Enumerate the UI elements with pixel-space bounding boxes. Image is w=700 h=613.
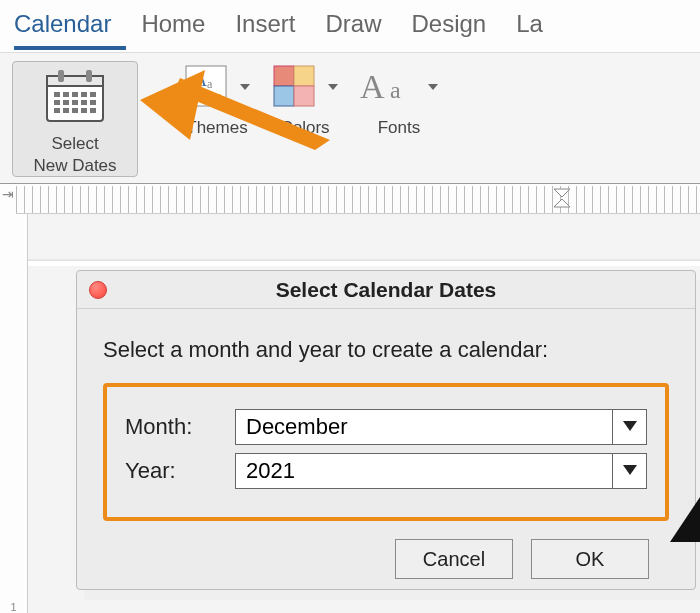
tab-calendar[interactable]: Calendar bbox=[14, 10, 111, 48]
svg-rect-30 bbox=[294, 86, 314, 106]
svg-marker-35 bbox=[554, 189, 570, 197]
svg-rect-11 bbox=[72, 100, 78, 105]
fonts-label: Fonts bbox=[378, 117, 421, 138]
svg-text:a: a bbox=[207, 77, 213, 91]
indent-marker-icon[interactable] bbox=[548, 185, 576, 209]
select-new-dates-label-line2: New Dates bbox=[33, 155, 116, 176]
svg-rect-15 bbox=[63, 108, 69, 113]
svg-rect-7 bbox=[81, 92, 87, 97]
svg-marker-39 bbox=[623, 421, 637, 431]
tab-design[interactable]: Design bbox=[411, 10, 486, 48]
svg-rect-28 bbox=[294, 66, 314, 86]
svg-rect-4 bbox=[54, 92, 60, 97]
ok-button[interactable]: OK bbox=[531, 539, 649, 579]
close-icon[interactable] bbox=[89, 281, 107, 299]
active-tab-indicator bbox=[14, 46, 126, 50]
svg-rect-5 bbox=[63, 92, 69, 97]
tab-home[interactable]: Home bbox=[141, 10, 205, 48]
chevron-down-icon bbox=[622, 418, 638, 436]
svg-marker-36 bbox=[554, 199, 570, 207]
dialog-instruction: Select a month and year to create a cale… bbox=[103, 337, 669, 363]
month-dropdown-button[interactable] bbox=[612, 410, 646, 444]
month-label: Month: bbox=[125, 414, 235, 440]
svg-text:A: A bbox=[360, 68, 385, 105]
colors-label: Colors bbox=[280, 117, 329, 138]
svg-marker-41 bbox=[670, 482, 700, 542]
page-edge bbox=[28, 260, 700, 266]
svg-text:a: a bbox=[390, 77, 401, 103]
svg-rect-2 bbox=[58, 70, 64, 82]
select-new-dates-button[interactable]: Select New Dates bbox=[12, 61, 138, 177]
svg-marker-26 bbox=[240, 84, 250, 90]
svg-text:A: A bbox=[194, 70, 207, 90]
select-new-dates-label-line1: Select bbox=[51, 133, 98, 154]
svg-rect-14 bbox=[54, 108, 60, 113]
svg-rect-22 bbox=[190, 94, 197, 102]
fonts-button[interactable]: A a Fonts bbox=[358, 61, 440, 138]
tab-layout-cutoff[interactable]: La bbox=[516, 10, 543, 48]
svg-rect-13 bbox=[90, 100, 96, 105]
select-calendar-dates-dialog: Select Calendar Dates Select a month and… bbox=[76, 270, 696, 590]
svg-marker-40 bbox=[623, 465, 637, 475]
svg-rect-23 bbox=[198, 94, 205, 102]
ribbon-body: Select New Dates A a Themes bbox=[0, 52, 700, 184]
year-dropdown-button[interactable] bbox=[612, 454, 646, 488]
svg-rect-1 bbox=[47, 76, 103, 86]
vertical-ruler: 1 bbox=[0, 214, 28, 613]
svg-rect-9 bbox=[54, 100, 60, 105]
svg-marker-34 bbox=[428, 84, 438, 90]
tab-insert[interactable]: Insert bbox=[235, 10, 295, 48]
page-corner-graphic bbox=[670, 482, 700, 542]
svg-rect-25 bbox=[214, 94, 221, 102]
month-combobox[interactable] bbox=[235, 409, 647, 445]
svg-rect-10 bbox=[63, 100, 69, 105]
themes-button[interactable]: A a Themes bbox=[182, 61, 252, 138]
form-highlight-box: Month: Year: bbox=[103, 383, 669, 521]
horizontal-ruler bbox=[16, 186, 700, 214]
svg-rect-27 bbox=[274, 66, 294, 86]
year-combobox[interactable] bbox=[235, 453, 647, 489]
year-label: Year: bbox=[125, 458, 235, 484]
chevron-down-icon bbox=[622, 462, 638, 480]
svg-rect-12 bbox=[81, 100, 87, 105]
svg-rect-24 bbox=[206, 94, 213, 102]
colors-icon bbox=[270, 62, 318, 115]
chevron-down-icon bbox=[318, 78, 340, 99]
chevron-down-icon bbox=[230, 78, 252, 99]
svg-rect-6 bbox=[72, 92, 78, 97]
ribbon-tabs: Calendar Home Insert Draw Design La bbox=[0, 0, 700, 48]
svg-rect-8 bbox=[90, 92, 96, 97]
vertical-ruler-tick: 1 bbox=[10, 533, 16, 613]
svg-marker-31 bbox=[328, 84, 338, 90]
dialog-title: Select Calendar Dates bbox=[276, 278, 497, 302]
fonts-icon: A a bbox=[358, 62, 418, 115]
themes-icon: A a bbox=[182, 62, 230, 115]
colors-button[interactable]: Colors bbox=[270, 61, 340, 138]
year-input[interactable] bbox=[236, 454, 612, 488]
cancel-button[interactable]: Cancel bbox=[395, 539, 513, 579]
themes-label: Themes bbox=[186, 117, 247, 138]
tab-draw[interactable]: Draw bbox=[325, 10, 381, 48]
month-input[interactable] bbox=[236, 410, 612, 444]
ruler-corner: ⇥ bbox=[0, 186, 16, 208]
calendar-icon bbox=[44, 68, 106, 133]
dialog-titlebar: Select Calendar Dates bbox=[77, 271, 695, 309]
svg-rect-18 bbox=[90, 108, 96, 113]
svg-rect-29 bbox=[274, 86, 294, 106]
svg-rect-17 bbox=[81, 108, 87, 113]
svg-rect-16 bbox=[72, 108, 78, 113]
svg-rect-3 bbox=[86, 70, 92, 82]
chevron-down-icon bbox=[418, 78, 440, 99]
